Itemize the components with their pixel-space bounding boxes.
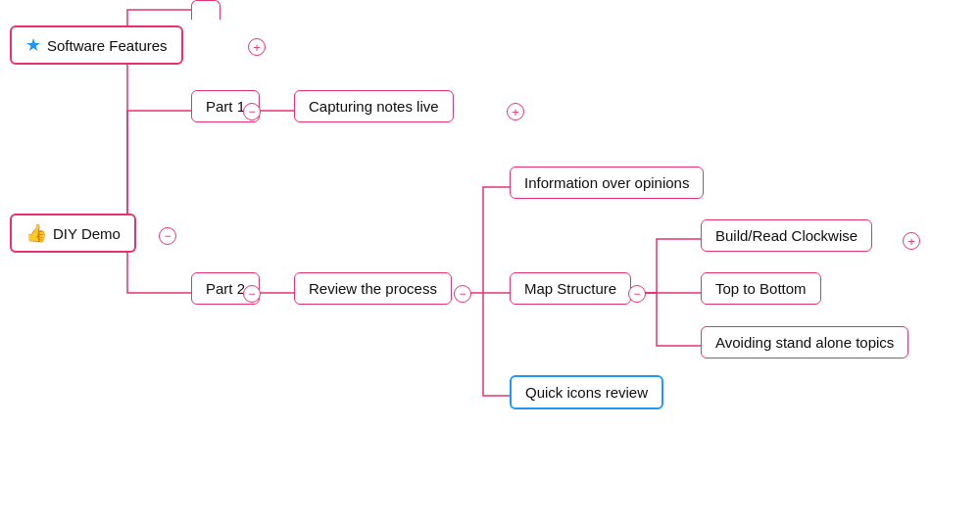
avoiding-topics-node[interactable]: Avoiding stand alone topics [701, 326, 908, 359]
information-opinions-label: Information over opinions [524, 174, 689, 191]
diy-demo-node[interactable]: 👍 DIY Demo [10, 214, 136, 253]
mindmap-container: ★ Software Features + 👍 DIY Demo − Part … [0, 0, 980, 526]
capturing-notes-label: Capturing notes live [309, 98, 439, 115]
capturing-notes-node[interactable]: Capturing notes live [294, 90, 454, 122]
review-process-node[interactable]: Review the process [294, 272, 452, 305]
map-structure-node[interactable]: Map Structure [510, 272, 631, 305]
information-opinions-node[interactable]: Information over opinions [510, 167, 704, 199]
build-add-btn[interactable]: + [903, 232, 920, 250]
diy-demo-label: DIY Demo [53, 225, 121, 242]
software-features-node[interactable]: ★ Software Features [10, 25, 183, 65]
software-features-label: Software Features [47, 37, 168, 54]
review-process-label: Review the process [309, 280, 437, 297]
top-partial-node [191, 0, 220, 20]
part1-collapse-btn[interactable]: − [243, 103, 261, 120]
build-clockwise-node[interactable]: Build/Read Clockwise [701, 219, 872, 252]
top-bottom-label: Top to Bottom [715, 280, 807, 297]
map-structure-collapse-btn[interactable]: − [628, 285, 646, 303]
part2-collapse-btn[interactable]: − [243, 285, 261, 303]
diy-demo-collapse-btn[interactable]: − [159, 227, 176, 245]
connections-svg [0, 0, 980, 526]
quick-icons-label: Quick icons review [525, 384, 648, 401]
part1-label: Part 1 [206, 98, 245, 115]
top-bottom-node[interactable]: Top to Bottom [701, 272, 821, 305]
map-structure-label: Map Structure [524, 280, 616, 297]
avoiding-topics-label: Avoiding stand alone topics [715, 334, 894, 351]
star-icon: ★ [25, 34, 41, 56]
build-clockwise-label: Build/Read Clockwise [715, 227, 858, 244]
software-features-add-btn[interactable]: + [248, 38, 266, 56]
quick-icons-node[interactable]: Quick icons review [510, 375, 663, 409]
capturing-add-btn[interactable]: + [507, 103, 524, 120]
part2-label: Part 2 [206, 280, 245, 297]
review-collapse-btn[interactable]: − [454, 285, 471, 303]
thumb-icon: 👍 [25, 222, 47, 244]
